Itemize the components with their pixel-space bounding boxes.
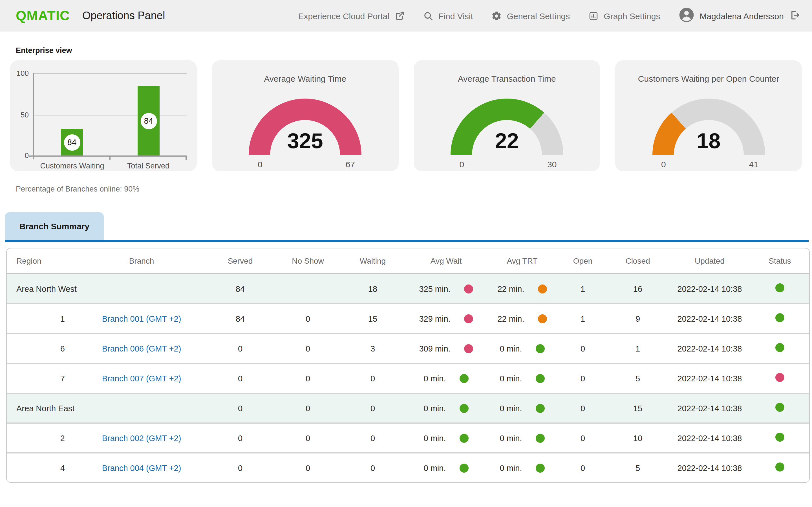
enterprise-bar-chart-card: 100 50 0 84 84 Customers Waiting Total S…	[10, 60, 197, 171]
avg-wait-cell: 0 min.	[407, 453, 486, 482]
nav-graph-settings-label: Graph Settings	[604, 11, 660, 20]
closed-cell: 9	[607, 304, 669, 334]
branch-link[interactable]: Branch 004 (GMT +2)	[102, 463, 181, 472]
y-tick-0: 0	[10, 151, 29, 160]
no-show-cell: 0	[277, 453, 339, 482]
branch-link[interactable]: Branch 007 (GMT +2)	[102, 374, 181, 383]
served-cell: 0	[204, 423, 277, 453]
gauge-min-label: 0	[652, 159, 675, 169]
region-cell: Area North East	[7, 393, 204, 423]
no-show-cell: 0	[277, 423, 339, 453]
region-cell: Area North West	[7, 274, 204, 304]
avg-trt-cell: 22 min.	[486, 304, 559, 334]
gauge-value: 22	[451, 129, 563, 153]
avg-wait-cell-value: 0 min.	[424, 463, 446, 472]
avg-wait-status-dot	[460, 463, 469, 472]
customers-waiting-per-counter-gauge: 18 0 41	[652, 99, 765, 168]
logout-icon[interactable]	[789, 9, 800, 22]
avg-wait-status-dot	[464, 344, 473, 353]
avg-trt-cell: 0 min.	[486, 334, 559, 363]
open-cell: 0	[559, 393, 607, 423]
avg-trt-status-dot	[538, 284, 547, 293]
bar-value-label: 84	[140, 113, 157, 129]
table-row-branch: 2Branch 002 (GMT +2)0000 min.0 min.01020…	[7, 423, 809, 453]
status-cell	[751, 423, 809, 453]
avg-trt-cell-value: 0 min.	[500, 404, 522, 413]
avg-trt-cell-value: 0 min.	[500, 344, 522, 353]
table-row-region: Area North East0000 min.0 min.0152022-02…	[7, 393, 809, 423]
nav-find-visit-label: Find Visit	[439, 11, 473, 20]
region-index-cell: 6	[7, 334, 80, 363]
served-cell: 0	[204, 393, 277, 423]
served-cell: 0	[204, 334, 277, 363]
tab-row: Branch Summary	[0, 212, 812, 242]
enterprise-view-label: Enterprise view	[16, 46, 812, 55]
y-tick-50: 50	[10, 111, 29, 119]
closed-cell: 10	[607, 423, 669, 453]
avg-wait-status-dot	[460, 374, 469, 383]
tab-underline	[5, 240, 809, 242]
avg-waiting-time-gauge: 325 0 67	[249, 99, 361, 168]
branch-status-dot	[775, 283, 784, 292]
avg-wait-cell-value: 0 min.	[424, 404, 446, 413]
table-row-region: Area North West8418325 min.22 min.116202…	[7, 274, 809, 304]
open-cell: 1	[559, 304, 607, 334]
branch-status-dot	[775, 313, 784, 322]
nav-experience-cloud-portal[interactable]: Experience Cloud Portal	[298, 11, 405, 21]
gauge-min-label: 0	[249, 159, 271, 169]
waiting-cell: 0	[339, 423, 407, 453]
branch-status-dot	[775, 343, 784, 352]
category-label-total-served: Total Served	[100, 162, 196, 170]
customers-waiting-per-counter-card: Customers Waiting per Open Counter 18 0 …	[615, 60, 802, 171]
waiting-cell: 15	[339, 304, 407, 334]
branch-link[interactable]: Branch 001 (GMT +2)	[102, 314, 181, 323]
gear-icon	[491, 10, 502, 21]
no-show-cell: 0	[277, 334, 339, 363]
open-cell: 0	[559, 363, 607, 393]
status-cell	[751, 334, 809, 363]
avg-trt-status-dot	[538, 314, 547, 323]
open-cell: 0	[559, 453, 607, 482]
branch-link[interactable]: Branch 006 (GMT +2)	[102, 344, 181, 353]
avg-wait-cell-value: 325 min.	[419, 284, 450, 293]
gauge-min-label: 0	[451, 159, 473, 169]
branches-online-text: Percentage of Branches online: 90%	[16, 185, 812, 193]
gauge-title: Customers Waiting per Open Counter	[615, 74, 802, 83]
avg-wait-status-dot	[464, 284, 473, 293]
served-cell: 0	[204, 453, 277, 482]
branch-status-dot	[775, 403, 784, 412]
nav-find-visit[interactable]: Find Visit	[423, 10, 473, 21]
branch-link[interactable]: Branch 002 (GMT +2)	[102, 434, 181, 443]
user-name: Magdalena Andersson	[700, 11, 784, 20]
avg-trt-cell: 0 min.	[486, 453, 559, 482]
region-index-cell: 2	[7, 423, 80, 453]
avg-trt-status-dot	[536, 463, 545, 472]
gauge-max-label: 67	[339, 159, 361, 169]
nav-graph-settings[interactable]: Graph Settings	[588, 10, 660, 21]
avg-wait-cell-value: 309 min.	[419, 344, 450, 353]
tab-branch-summary[interactable]: Branch Summary	[5, 212, 104, 240]
no-show-cell	[277, 274, 339, 304]
table-row-branch: 1Branch 001 (GMT +2)84015329 min.22 min.…	[7, 304, 809, 334]
waiting-cell: 18	[339, 274, 407, 304]
nav-general-settings[interactable]: General Settings	[491, 10, 570, 21]
y-tick-100: 100	[10, 69, 29, 77]
updated-cell: 2022-02-14 10:38	[669, 423, 751, 453]
col-header-avg-wait: Avg Wait	[407, 248, 486, 274]
served-cell: 0	[204, 363, 277, 393]
top-nav: Experience Cloud Portal Find Visit	[298, 7, 800, 25]
avg-wait-cell: 0 min.	[407, 363, 486, 393]
avg-trt-cell: 0 min.	[486, 423, 559, 453]
user-menu[interactable]: Magdalena Andersson	[678, 7, 800, 25]
closed-cell: 16	[607, 274, 669, 304]
served-cell: 84	[204, 304, 277, 334]
closed-cell: 5	[607, 453, 669, 482]
avg-wait-cell: 0 min.	[407, 423, 486, 453]
avg-wait-status-dot	[460, 404, 469, 413]
col-header-branch: Branch	[80, 248, 204, 274]
updated-cell: 2022-02-14 10:38	[669, 363, 751, 393]
col-header-no-show: No Show	[277, 248, 339, 274]
avg-trt-cell-value: 0 min.	[500, 463, 522, 472]
open-cell: 1	[559, 274, 607, 304]
enterprise-cards: 100 50 0 84 84 Customers Waiting Total S…	[10, 60, 802, 171]
